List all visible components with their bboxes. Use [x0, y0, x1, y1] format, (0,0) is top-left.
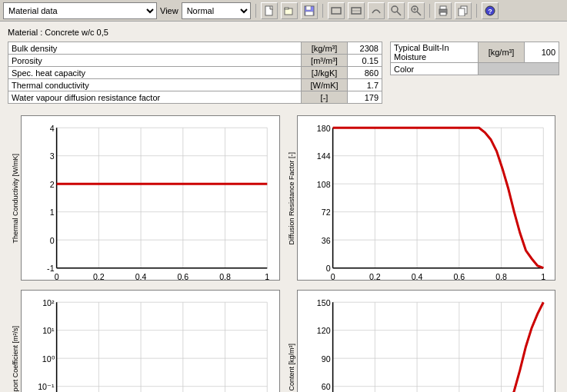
- material-select[interactable]: Material data: [3, 2, 157, 19]
- svg-rect-6: [332, 8, 341, 14]
- diffusion-svg-container: 180 144 108 72 36 0 0 0.2 0.4 0.6 0.8 1: [297, 115, 556, 282]
- prop-label-porosity: Porosity: [8, 55, 302, 67]
- svg-text:150: 150: [316, 298, 330, 307]
- properties-table: Bulk density [kg/m³] 2308 Porosity [m³/m…: [8, 42, 382, 104]
- properties-container: Bulk density [kg/m³] 2308 Porosity [m³/m…: [8, 42, 559, 104]
- prop-value-moisture: 100: [525, 42, 559, 63]
- svg-text:0: 0: [330, 272, 335, 281]
- water-chart-area: 150 120 90 60 30 0 0 0.2 0.4 0.6 0.8 1: [297, 290, 556, 392]
- svg-text:0.8: 0.8: [219, 272, 231, 281]
- svg-text:60: 60: [321, 382, 330, 391]
- svg-text:10²: 10²: [42, 298, 55, 307]
- svg-text:10¹: 10¹: [42, 326, 55, 335]
- zoom-button[interactable]: [408, 2, 425, 19]
- svg-text:0.6: 0.6: [453, 272, 465, 281]
- svg-text:108: 108: [316, 180, 330, 189]
- prop-value-heat: 860: [348, 67, 382, 79]
- water-y-label: Water Content [kg/m³]: [288, 344, 295, 392]
- svg-text:1: 1: [265, 272, 269, 281]
- liquid-transport-chart: Liquid Transport Coefficient [m²/s]: [8, 286, 284, 392]
- svg-text:36: 36: [321, 236, 330, 245]
- svg-rect-19: [459, 8, 465, 16]
- save-button[interactable]: [301, 2, 318, 19]
- water-content-chart: Water Content [kg/m³]: [284, 286, 560, 392]
- prop-label-color: Color: [391, 63, 479, 75]
- diffusion-y-label: Diffusion Resistance Factor [-]: [288, 152, 295, 244]
- prop-label-moisture: Typical Built-In Moisture: [391, 42, 479, 63]
- diffusion-resistance-chart: Diffusion Resistance Factor [-]: [284, 111, 560, 286]
- diffusion-chart-area: 180 144 108 72 36 0 0 0.2 0.4 0.6 0.8 1: [297, 115, 556, 282]
- thermal-svg-container: 4 3 2 1 0 -1 0 0.2 0.4 0.6 0.8 1: [21, 115, 280, 282]
- svg-rect-5: [305, 12, 313, 15]
- prop-unit-moisture: [kg/m³]: [479, 42, 525, 63]
- svg-text:0.6: 0.6: [177, 272, 188, 281]
- rect2-button[interactable]: [348, 2, 365, 19]
- prop-label-bulk: Bulk density: [8, 42, 302, 55]
- prop-label-vapour: Water vapour diffusion resistance factor: [8, 91, 302, 104]
- svg-text:3: 3: [50, 151, 55, 161]
- svg-text:0.2: 0.2: [93, 272, 105, 281]
- table-row: Thermal conductivity [W/mK] 1.7: [8, 79, 382, 91]
- view-select[interactable]: Normal Extended All: [182, 2, 251, 19]
- svg-text:1: 1: [541, 272, 545, 281]
- table-row: Water vapour diffusion resistance factor…: [8, 91, 382, 104]
- water-svg: 150 120 90 60 30 0 0 0.2 0.4 0.6 0.8 1: [297, 290, 556, 392]
- svg-text:144: 144: [316, 151, 330, 161]
- prop-unit-heat: [J/kgK]: [302, 67, 348, 79]
- main-content: Material : Concrete w/c 0,5 Bulk density…: [0, 22, 567, 392]
- table-row: Porosity [m³/m³] 0.15: [8, 55, 382, 67]
- right-properties-table: Typical Built-In Moisture [kg/m³] 100 Co…: [390, 42, 559, 75]
- liquid-chart-area: 10² 10¹ 10⁰ 10⁻¹ 10⁻² 0 0.2 0.4 0.6 0.8 …: [21, 290, 280, 392]
- prop-value-bulk: 2308: [348, 42, 382, 55]
- toolbar: Material data View Normal Extended All ?: [0, 0, 567, 22]
- liquid-svg-container: 10² 10¹ 10⁰ 10⁻¹ 10⁻² 0 0.2 0.4 0.6 0.8 …: [21, 290, 280, 392]
- search-button[interactable]: [388, 2, 405, 19]
- prop-value-thermal: 1.7: [348, 79, 382, 91]
- svg-text:10⁻¹: 10⁻¹: [38, 382, 55, 391]
- thermal-chart-area: 4 3 2 1 0 -1 0 0.2 0.4 0.6 0.8 1: [21, 115, 280, 282]
- svg-text:0.8: 0.8: [495, 272, 507, 281]
- diffusion-svg: 180 144 108 72 36 0 0 0.2 0.4 0.6 0.8 1: [297, 115, 556, 281]
- svg-text:0.4: 0.4: [411, 272, 422, 281]
- help-button[interactable]: ?: [482, 2, 499, 19]
- material-title: Material : Concrete w/c 0,5: [8, 28, 559, 37]
- svg-rect-16: [440, 6, 446, 9]
- prop-value-vapour: 179: [348, 91, 382, 104]
- thermal-y-label: Thermal Conductivity [W/mK]: [12, 154, 19, 244]
- table-row: Bulk density [kg/m³] 2308: [8, 42, 382, 55]
- table-row: Color: [391, 63, 559, 75]
- open-button[interactable]: [281, 2, 298, 19]
- print-button[interactable]: [435, 2, 452, 19]
- view-label: View: [160, 6, 178, 15]
- svg-text:0: 0: [55, 272, 59, 281]
- prop-value-porosity: 0.15: [348, 55, 382, 67]
- new-button[interactable]: [261, 2, 278, 19]
- svg-text:-1: -1: [47, 264, 55, 273]
- charts-container: Thermal Conductivity [W/mK]: [8, 111, 559, 350]
- svg-text:0: 0: [50, 236, 55, 245]
- svg-line-10: [397, 12, 401, 15]
- svg-text:0.4: 0.4: [135, 272, 147, 281]
- prop-unit-thermal: [W/mK]: [302, 79, 348, 91]
- svg-rect-4: [306, 6, 311, 10]
- svg-text:10⁰: 10⁰: [42, 354, 55, 364]
- liquid-y-label: Liquid Transport Coefficient [m²/s]: [12, 326, 19, 392]
- water-svg-container: 150 120 90 60 30 0 0 0.2 0.4 0.6 0.8 1: [297, 290, 556, 392]
- curve-button[interactable]: [368, 2, 385, 19]
- prop-label-heat: Spec. heat capacity: [8, 67, 302, 79]
- toolbar-separator-1: [255, 4, 256, 18]
- table-row: Spec. heat capacity [J/kgK] 860: [8, 67, 382, 79]
- thermal-conductivity-chart: Thermal Conductivity [W/mK]: [8, 111, 284, 286]
- rect1-button[interactable]: [328, 2, 345, 19]
- svg-text:72: 72: [321, 208, 330, 217]
- prop-label-thermal: Thermal conductivity: [8, 79, 302, 91]
- svg-text:120: 120: [316, 326, 330, 335]
- props-right: Typical Built-In Moisture [kg/m³] 100 Co…: [390, 42, 559, 104]
- copy-button[interactable]: [455, 2, 472, 19]
- toolbar-separator-2: [322, 4, 323, 18]
- prop-unit-bulk: [kg/m³]: [302, 42, 348, 55]
- svg-rect-2: [285, 8, 289, 9]
- toolbar-separator-4: [476, 4, 477, 18]
- liquid-svg: 10² 10¹ 10⁰ 10⁻¹ 10⁻² 0 0.2 0.4 0.6 0.8 …: [21, 290, 280, 392]
- props-left: Bulk density [kg/m³] 2308 Porosity [m³/m…: [8, 42, 382, 104]
